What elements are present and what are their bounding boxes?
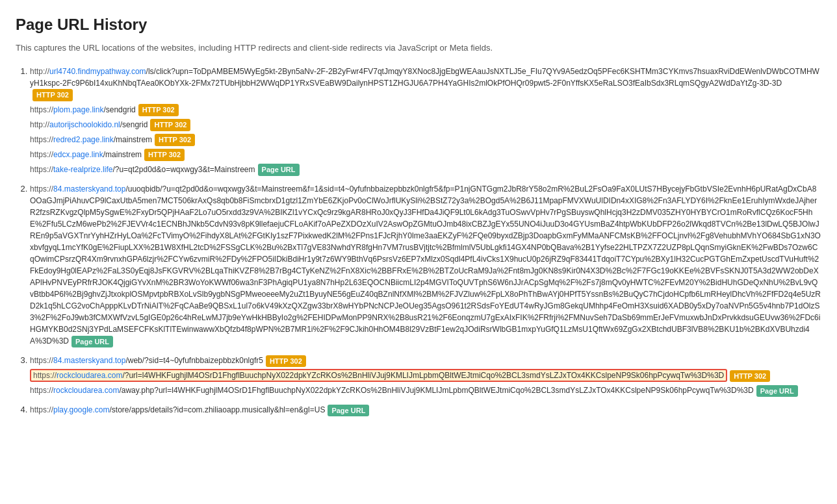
url-badge: Page URL <box>328 405 369 417</box>
url-path: /store/apps/details?id=com.zhiliaoapp.mu… <box>110 405 326 414</box>
url-domain-link[interactable]: 84.masterskyand.top <box>53 356 125 365</box>
url-entry: https://rockcloudarea.com/?url=l4WHKFugh… <box>30 370 821 382</box>
url-path: /sendgrid <box>103 105 135 114</box>
url-domain-link[interactable]: play.google.com <box>53 405 110 414</box>
url-domain-link[interactable]: url4740.findmypathway.com <box>49 67 146 76</box>
url-entry: https://redred2.page.link/mainstremHTTP … <box>30 134 821 146</box>
url-domain-link[interactable]: rockcloudarea.com <box>53 386 119 395</box>
url-entry: http://autorijschoolokido.nl/sengridHTTP… <box>30 119 821 131</box>
url-domain-link[interactable]: edcx.page.link <box>53 150 103 159</box>
url-badge: Page URL <box>71 336 113 348</box>
url-badge: HTTP 302 <box>150 119 190 131</box>
url-path: /web/?sid=t4~0yfufnbbaizepbbzk0nlgfr5 <box>125 356 263 365</box>
url-path: /?url=l4WHKFughjlM4OSrD1FhgflBuuchpNyX02… <box>122 371 724 380</box>
url-badge: HTTP 302 <box>138 104 179 116</box>
url-badge: HTTP 302 <box>32 89 73 101</box>
url-domain-link[interactable]: plom.page.link <box>53 105 103 114</box>
url-path: /?u=qt2pd0d&o=wqxwgy3&t=Mainstreem <box>112 165 255 174</box>
url-badge: HTTP 302 <box>730 370 770 383</box>
url-domain-link[interactable]: redred2.page.link <box>53 135 114 144</box>
url-domain-link[interactable]: autorijschoolokido.nl <box>49 120 120 129</box>
page-title: Page URL History <box>16 13 821 36</box>
highlighted-url: https://rockcloudarea.com/?url=l4WHKFugh… <box>30 369 727 382</box>
url-entry: http://url4740.findmypathway.com/ls/clic… <box>30 66 821 101</box>
list-item: https://play.google.com/store/apps/detai… <box>30 403 821 416</box>
url-entry: https://84.masterskyand.top/uuoqbidb/?u=… <box>30 183 821 347</box>
list-item: https://84.masterskyand.top/web/?sid=t4~… <box>30 354 821 397</box>
url-path: /away.php?url=l4WHKFughjlM4OSrD1FhgflBuu… <box>119 386 753 395</box>
url-history-list: http://url4740.findmypathway.com/ls/clic… <box>16 65 821 417</box>
url-path: /ls/click?upn=ToDpAMBEM5WyEg5kt-2Byn5aNv… <box>30 67 819 88</box>
url-entry: https://84.masterskyand.top/web/?sid=t4~… <box>30 355 821 367</box>
url-badge: Page URL <box>258 164 300 176</box>
list-item: https://84.masterskyand.top/uuoqbidb/?u=… <box>30 183 821 347</box>
url-entry: https://take-realprize.life/?u=qt2pd0d&o… <box>30 164 821 176</box>
url-domain-link[interactable]: rockcloudarea.com <box>57 371 122 380</box>
url-domain-link[interactable]: take-realprize.life <box>53 165 112 174</box>
url-badge: Page URL <box>756 385 798 397</box>
url-path: /mainstrem <box>114 135 152 144</box>
list-item: http://url4740.findmypathway.com/ls/clic… <box>30 65 821 176</box>
url-entry: https://rockcloudarea.com/away.php?url=l… <box>30 384 821 397</box>
url-domain-link[interactable]: 84.masterskyand.top <box>53 184 125 194</box>
url-badge: HTTP 302 <box>144 149 185 161</box>
url-path: /sengrid <box>120 120 148 129</box>
page-description: This captures the URL locations of the w… <box>16 42 821 55</box>
url-entry: https://play.google.com/store/apps/detai… <box>30 404 821 416</box>
url-entry: https://edcx.page.link/mainstremHTTP 302 <box>30 149 821 161</box>
url-badge: HTTP 302 <box>155 134 195 146</box>
url-entry: https://plom.page.link/sendgridHTTP 302 <box>30 104 821 116</box>
url-badge: HTTP 302 <box>266 355 306 368</box>
url-path: /uuoqbidb/?u=qt2pd0d&o=wqxwgy3&t=Mainstr… <box>30 184 821 346</box>
url-path: /mainstrem <box>103 150 142 159</box>
